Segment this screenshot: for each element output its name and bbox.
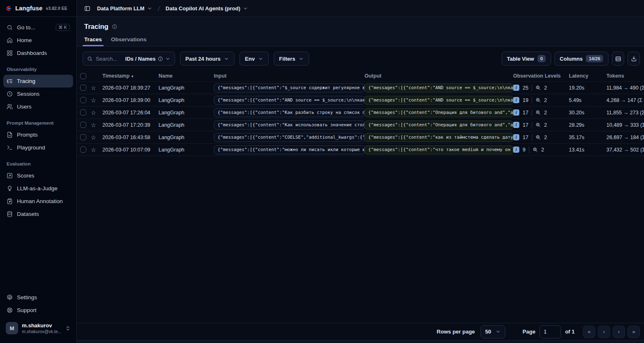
info-icon[interactable] — [112, 24, 117, 29]
divider — [532, 134, 532, 141]
level-default-count: 25 — [523, 85, 528, 91]
users-icon — [7, 104, 13, 110]
search-box[interactable]: IDs / Names — [83, 52, 175, 66]
select-all-checkbox[interactable] — [80, 73, 86, 79]
cell-input[interactable]: {"messages":[{"content":"Как разбить стр… — [214, 108, 365, 117]
sidebar-item-label: Tracing — [17, 78, 36, 84]
bottom-scrollbar-track[interactable] — [77, 340, 644, 343]
sidebar-item-dashboards[interactable]: Dashboards — [3, 47, 73, 59]
star-icon[interactable]: ☆ — [91, 85, 102, 91]
row-checkbox[interactable] — [80, 97, 86, 103]
cell-input[interactable]: {"messages":[{"content":"Как использоват… — [214, 121, 365, 130]
star-icon[interactable]: ☆ — [91, 147, 102, 153]
prev-page-button[interactable]: ‹ — [598, 326, 610, 338]
cell-timestamp: 2026-03-07 16:43:58 — [102, 135, 159, 140]
sidebar-item-sessions[interactable]: Sessions — [3, 88, 73, 100]
sidebar-item-llm-judge[interactable]: LLM-as-a-Judge — [3, 182, 73, 195]
env-filter[interactable]: Env — [239, 52, 269, 66]
sidebar-item-support[interactable]: Support — [3, 304, 73, 317]
cell-output[interactable]: {"messages":[{"content":"AND source == $… — [365, 83, 513, 92]
level-default-count: 17 — [523, 135, 528, 140]
sidebar-item-label: Human Annotation — [17, 198, 63, 204]
chevron-down-icon — [495, 329, 501, 334]
breadcrumb-separator: / — [156, 5, 161, 12]
export-download-button[interactable] — [627, 52, 640, 66]
last-page-button[interactable]: » — [627, 326, 640, 338]
table-view-button[interactable]: Table View 0 — [502, 52, 551, 66]
divider — [532, 122, 532, 128]
cell-latency: 28.29s — [569, 122, 606, 128]
life-buoy-icon — [7, 307, 13, 313]
col-output[interactable]: Output — [365, 73, 513, 79]
sidebar-toggle-button[interactable] — [83, 4, 92, 13]
table-row[interactable]: ☆ 2026-03-07 10:07:09 LangGraph {"messag… — [77, 144, 644, 156]
row-checkbox[interactable] — [80, 147, 86, 153]
level-debug-count: 2 — [544, 110, 547, 116]
table-row[interactable]: ☆ 2026-03-07 17:20:39 LangGraph {"messag… — [77, 119, 644, 131]
breadcrumb-project[interactable]: Data Copilot AI Agents (prod) — [163, 4, 251, 13]
user-menu[interactable]: M m.shakurov m.shakurov@vk.te... — [3, 320, 73, 336]
cell-observation-levels: i 19 2 — [513, 97, 569, 104]
sidebar-item-tracing[interactable]: Tracing — [3, 75, 73, 88]
gear-icon — [7, 294, 13, 300]
cell-input[interactable]: {"messages":[{"content":"можно ли писать… — [214, 145, 365, 154]
columns-button[interactable]: Columns 14/26 — [554, 52, 608, 66]
tab-observations[interactable]: Observations — [111, 36, 147, 46]
cell-latency: 19.20s — [569, 85, 606, 91]
cell-input[interactable]: {"messages":[{"content":"$_source содерж… — [214, 83, 365, 92]
cell-input[interactable]: {"messages":[{"content":"COELSE","additi… — [214, 133, 365, 142]
level-default-icon: i — [513, 97, 519, 103]
cell-output[interactable]: {"messages":[{"content":"Операция для би… — [365, 108, 513, 117]
table-row[interactable]: ☆ 2026-03-07 18:39:27 LangGraph {"messag… — [77, 82, 644, 94]
rows-per-page-select[interactable]: 50 — [481, 325, 505, 338]
row-checkbox[interactable] — [80, 109, 86, 116]
next-page-button[interactable]: › — [613, 326, 625, 338]
sidebar-item-settings[interactable]: Settings — [3, 291, 73, 304]
row-checkbox[interactable] — [80, 134, 86, 140]
sidebar-item-home[interactable]: Home — [3, 34, 73, 47]
table-row[interactable]: ☆ 2026-03-07 18:39:00 LangGraph {"messag… — [77, 94, 644, 106]
cell-output[interactable]: {"messages":[{"content":"AND source == $… — [365, 96, 513, 105]
time-range-filter[interactable]: Past 24 hours — [180, 52, 234, 66]
col-tokens[interactable]: Tokens — [606, 73, 644, 79]
sidebar-item-label: Home — [17, 37, 32, 43]
level-debug-count: 2 — [544, 97, 547, 103]
breadcrumb-org[interactable]: Data Platform LLM — [95, 4, 155, 13]
table-row[interactable]: ☆ 2026-03-07 17:26:04 LangGraph {"messag… — [77, 106, 644, 119]
sidebar-item-playground[interactable]: Playground — [3, 141, 73, 154]
cell-output[interactable]: {"messages":[{"content":"Операция для би… — [365, 121, 513, 130]
col-input[interactable]: Input — [214, 73, 365, 79]
search-icon — [7, 24, 13, 31]
col-timestamp[interactable]: Timestamp▼ — [102, 73, 159, 79]
sidebar-item-datasets[interactable]: Datasets — [3, 208, 73, 220]
row-checkbox[interactable] — [80, 85, 86, 91]
level-debug-count: 2 — [544, 135, 547, 140]
tab-traces[interactable]: Traces — [84, 36, 102, 46]
cell-output[interactable]: {"messages":[{"content":"как из таймстем… — [365, 133, 513, 142]
star-icon[interactable]: ☆ — [91, 122, 102, 128]
filters-button[interactable]: Filters — [274, 52, 309, 66]
row-height-button[interactable] — [612, 52, 624, 66]
star-icon[interactable]: ☆ — [91, 97, 102, 103]
goto-search[interactable]: Go to... ⌘ K — [3, 21, 73, 34]
star-icon[interactable]: ☆ — [91, 135, 102, 140]
sidebar-item-users[interactable]: Users — [3, 100, 73, 113]
cell-output[interactable]: {"messages":[{"content":"что такое mediu… — [365, 145, 513, 154]
sidebar-item-scores[interactable]: Scores — [3, 169, 73, 182]
col-name[interactable]: Name — [159, 73, 214, 79]
user-email: m.shakurov@vk.te... — [22, 329, 62, 334]
sidebar-item-prompts[interactable]: Prompts — [3, 128, 73, 141]
col-latency[interactable]: Latency — [569, 73, 606, 79]
cell-input[interactable]: {"messages":[{"content":"AND source == $… — [214, 96, 365, 105]
first-page-button[interactable]: « — [583, 326, 595, 338]
sidebar-item-human-annotation[interactable]: Human Annotation — [3, 195, 73, 208]
columns-count-badge: 14/26 — [586, 55, 603, 62]
row-checkbox[interactable] — [80, 122, 86, 128]
page-number-input[interactable] — [540, 325, 561, 338]
star-icon[interactable]: ☆ — [91, 110, 102, 116]
sidebar-item-label: Scores — [17, 173, 34, 179]
search-input[interactable] — [96, 56, 122, 62]
col-observation-levels[interactable]: Observation Levels — [513, 73, 569, 79]
search-scope-selector[interactable]: IDs / Names — [125, 56, 170, 62]
table-row[interactable]: ☆ 2026-03-07 16:43:58 LangGraph {"messag… — [77, 131, 644, 144]
